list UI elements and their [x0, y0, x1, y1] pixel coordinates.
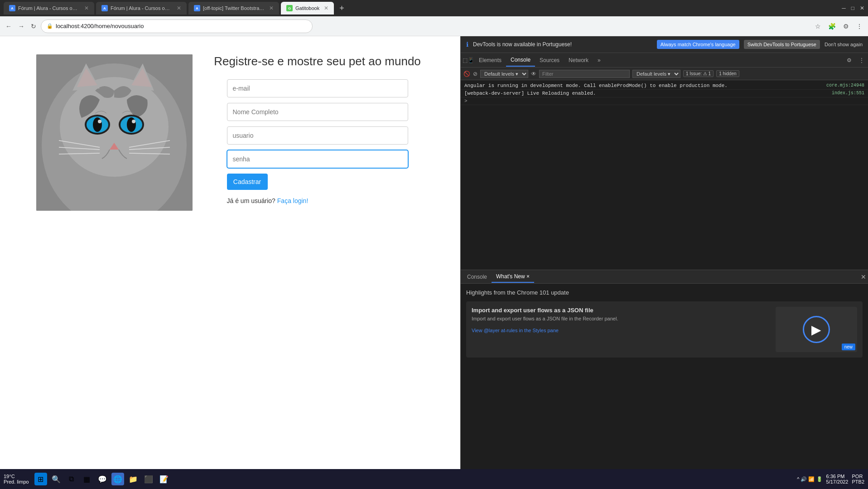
console-link-1[interactable]: core.mjs:24948 [826, 83, 864, 88]
system-tray: ^ 🔊 📶 🔋 [797, 476, 822, 482]
url-text: localhost:4200/home/novousuario [56, 23, 144, 29]
console-prompt-line: > [461, 97, 868, 105]
tab-network[interactable]: Network [564, 54, 593, 66]
address-bar: ← → ↻ 🔒 localhost:4200/home/novousuario … [0, 16, 868, 36]
tab-console[interactable]: Console [506, 54, 535, 67]
page-title: Registre-se e mostre seu pet ao mundo [214, 54, 421, 68]
dismiss-button[interactable]: Don't show again [825, 42, 863, 47]
extensions-icon[interactable]: 🧩 [826, 21, 838, 32]
card-thumbnail: ▶ new [776, 307, 857, 352]
new-tab-button[interactable]: + [336, 4, 348, 13]
devtools-bottom-panel: Console What's New × ✕ Highlights from t… [461, 270, 868, 469]
cat-image [36, 54, 193, 211]
terminal-icon[interactable]: ⬛ [142, 473, 155, 485]
cadastrar-button[interactable]: Cadastrar [227, 174, 268, 190]
tab-3[interactable]: A [off-topic] Twitter Bootstrap - C... ✕ [188, 2, 279, 15]
card-link[interactable]: View @layer at-rules in the Styles pane [472, 328, 559, 333]
vscode-icon[interactable]: 📝 [158, 473, 170, 485]
whats-new-content: Highlights from the Chrome 101 update Im… [461, 284, 868, 469]
console-line-2: [webpack-dev-server] Live Reloading enab… [461, 90, 868, 97]
switch-language-button[interactable]: Switch DevTools to Portuguese [744, 40, 820, 49]
login-link[interactable]: Faça login! [277, 197, 308, 204]
name-input[interactable] [227, 103, 408, 121]
bottom-panel-close[interactable]: ✕ [861, 273, 866, 281]
tab-2[interactable]: A Fórum | Alura - Cursos online de... ✕ [96, 2, 187, 15]
whats-new-card: Import and export user flows as a JSON f… [466, 301, 863, 358]
notification-text: DevTools is now available in Portuguese! [473, 41, 652, 48]
svg-point-13 [98, 120, 101, 123]
settings-devtools-icon[interactable]: ⚙ [845, 55, 854, 65]
forward-button[interactable]: → [16, 21, 26, 32]
console-msg-2: [webpack-dev-server] Live Reloading enab… [464, 91, 828, 96]
device-icon[interactable]: 📱 [468, 57, 474, 63]
maximize-button[interactable]: □ [851, 5, 854, 11]
bottom-tabs: Console What's New × ✕ [461, 270, 868, 284]
console-toolbar: 🚫 ⊘ Default levels ▾ 👁 Default levels ▾ … [461, 68, 868, 80]
search-taskbar-icon[interactable]: 🔍 [50, 473, 63, 485]
tab-4[interactable]: G Gatitobook ✕ [281, 2, 334, 15]
content-area: Registre-se e mostre seu pet ao mundo Ca… [0, 36, 868, 469]
bottom-tab-whats-new[interactable]: What's New × [492, 271, 534, 283]
more-devtools-icon[interactable]: ⋮ [857, 55, 866, 65]
tab-2-favicon: A [101, 5, 108, 11]
tab-1-title: Fórum | Alura - Cursos online de... [18, 5, 80, 11]
time: 6:36 PM [826, 474, 849, 479]
taskbar-icons: ⊞ 🔍 ⧉ ▦ 💬 🌐 📁 ⬛ 📝 [34, 473, 796, 485]
clear-console-icon[interactable]: 🚫 [463, 71, 470, 77]
notification-icon: ℹ [466, 41, 468, 48]
weather-temp: 19°C [4, 474, 15, 479]
password-input[interactable] [227, 150, 408, 168]
console-prompt[interactable]: > [464, 98, 468, 104]
taskbar-right: ^ 🔊 📶 🔋 6:36 PM 5/17/2022 POR PTB2 [797, 474, 864, 484]
menu-icon[interactable]: ⋮ [854, 21, 864, 32]
bookmark-icon[interactable]: ☆ [813, 21, 823, 32]
tab-more[interactable]: » [593, 54, 605, 66]
close-button[interactable]: ✕ [860, 5, 864, 11]
url-bar[interactable]: 🔒 localhost:4200/home/novousuario [41, 19, 313, 33]
widgets-icon[interactable]: ▦ [81, 473, 93, 485]
tab-sources[interactable]: Sources [535, 54, 564, 66]
form-section: Registre-se e mostre seu pet ao mundo Ca… [211, 54, 424, 204]
eye-icon[interactable]: 👁 [531, 71, 536, 77]
minimize-button[interactable]: ─ [842, 5, 846, 11]
tab-1[interactable]: A Fórum | Alura - Cursos online de... ✕ [4, 2, 94, 15]
back-button[interactable]: ← [4, 21, 14, 32]
match-language-button[interactable]: Always match Chrome's language [657, 40, 739, 49]
tab-3-title: [off-topic] Twitter Bootstrap - C... [203, 5, 265, 11]
email-input[interactable] [227, 79, 408, 97]
reload-button[interactable]: ↻ [29, 21, 38, 32]
explorer-icon[interactable]: 📁 [127, 473, 140, 485]
inspect-icon[interactable]: ⬚ [463, 57, 468, 63]
filter-icon[interactable]: ⊘ [473, 71, 477, 77]
console-line-1: Angular is running in development mode. … [461, 82, 868, 90]
tab-1-favicon: A [9, 5, 15, 11]
tab-elements[interactable]: Elements [474, 54, 506, 66]
devtools-toolbar-icons: ⚙ ⋮ [845, 55, 866, 65]
tab-3-favicon: A [194, 5, 200, 11]
start-button[interactable]: ⊞ [34, 473, 47, 485]
issues-badge: 1 Issue: ⚠ 1 [683, 70, 714, 77]
username-input[interactable] [227, 126, 408, 145]
context-dropdown[interactable]: Default levels ▾ [480, 70, 528, 78]
console-filter-input[interactable] [539, 70, 630, 78]
svg-point-11 [93, 117, 102, 132]
browser-taskbar-icon[interactable]: 🌐 [111, 473, 124, 485]
settings-icon[interactable]: ⚙ [841, 21, 851, 32]
tab-2-close[interactable]: ✕ [177, 5, 181, 11]
webpage: Registre-se e mostre seu pet ao mundo Ca… [0, 36, 460, 469]
chat-icon[interactable]: 💬 [96, 473, 109, 485]
tab-3-close[interactable]: ✕ [269, 5, 274, 11]
tab-4-favicon: G [286, 5, 293, 11]
console-link-2[interactable]: index.js:551 [832, 91, 864, 96]
level-dropdown[interactable]: Default levels ▾ [632, 70, 680, 78]
tab-4-close[interactable]: ✕ [324, 5, 328, 11]
tab-1-close[interactable]: ✕ [84, 5, 89, 11]
taskview-icon[interactable]: ⧉ [65, 473, 78, 485]
browser-toolbar-icons: ☆ 🧩 ⚙ ⋮ [813, 21, 864, 32]
layout: PTB2 [852, 479, 864, 484]
browser-frame: A Fórum | Alura - Cursos online de... ✕ … [0, 0, 868, 489]
login-prompt: Já é um usuário? Faça login! [227, 197, 408, 204]
bottom-tab-console[interactable]: Console [463, 271, 492, 282]
svg-point-14 [132, 120, 135, 123]
weather-widget: 19°C Pred. limpo [4, 474, 29, 484]
